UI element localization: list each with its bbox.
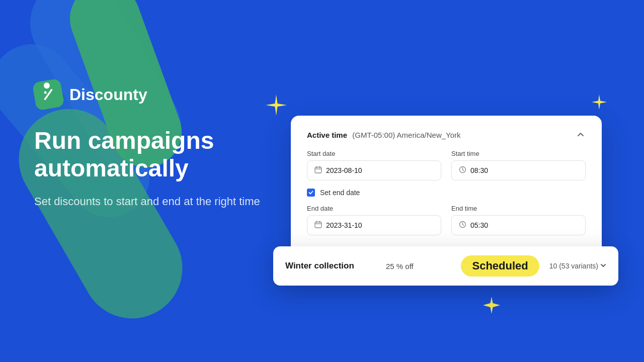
calendar-icon [314,166,322,175]
sparkle-icon-1 [266,95,287,120]
end-date-input[interactable]: 2023-31-10 [307,215,441,235]
campaign-name: Winter collection [285,261,386,271]
set-end-date-checkbox[interactable] [307,189,315,197]
end-date-value: 2023-31-10 [326,221,362,229]
end-date-group: End date 2023-31-10 [307,205,441,235]
logo-area: Discounty [34,80,266,109]
svg-rect-3 [315,167,321,173]
campaign-status-badge: Scheduled [461,255,539,277]
start-row: Start date 2023-08-10 Start time [307,150,586,180]
campaign-variants[interactable]: 10 (53 variants) [549,262,606,270]
end-time-label: End time [451,205,586,212]
start-date-input[interactable]: 2023-08-10 [307,160,441,180]
logo-name: Discounty [69,85,147,104]
campaign-row: Winter collection 25 % off Scheduled 10 … [273,246,618,286]
headline: Run campaigns automatically [34,127,266,182]
clock-icon [459,166,466,175]
svg-rect-10 [315,222,321,228]
start-time-input[interactable]: 08:30 [451,160,586,180]
card-header: Active time (GMT-05:00) America/New_York [307,130,586,140]
end-time-input[interactable]: 05:30 [451,215,586,235]
chevron-down-icon [600,262,606,270]
start-date-label: Start date [307,150,441,157]
left-section: Discounty Run campaigns automatically Se… [34,80,266,210]
end-time-group: End time 05:30 [451,205,586,235]
set-end-date-label: Set end date [320,189,360,197]
collapse-button[interactable] [576,130,586,140]
start-time-group: Start time 08:30 [451,150,586,180]
active-time-card: Active time (GMT-05:00) America/New_York… [291,116,602,259]
logo-icon [32,78,65,111]
start-time-label: Start time [451,150,586,157]
svg-line-9 [463,170,464,171]
sparkle-icon-2 [592,95,607,113]
calendar-icon-2 [314,221,322,230]
start-date-value: 2023-08-10 [326,166,362,174]
card-title: Active time (GMT-05:00) America/New_York [307,131,461,139]
svg-line-16 [463,225,464,226]
start-time-value: 08:30 [470,166,488,174]
subheadline: Set discounts to start and end at the ri… [34,194,266,210]
set-end-date-row: Set end date [307,189,586,197]
end-row: End date 2023-31-10 End time [307,205,586,235]
campaign-discount: 25 % off [386,262,461,270]
clock-icon-2 [459,221,466,230]
sparkle-icon-3 [483,297,500,318]
start-date-group: Start date 2023-08-10 [307,150,441,180]
end-date-label: End date [307,205,441,212]
timezone-label: (GMT-05:00) America/New_York [352,131,460,139]
end-time-value: 05:30 [470,221,488,229]
